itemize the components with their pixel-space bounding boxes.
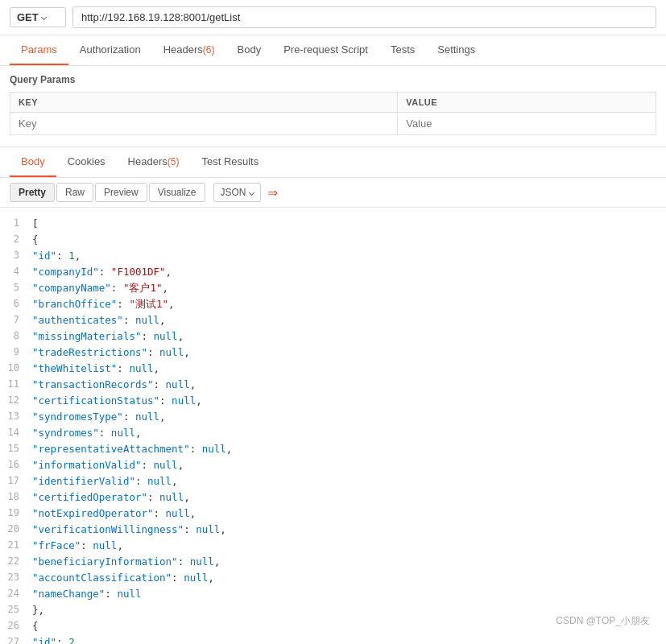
tab-authorization[interactable]: Authorization [68, 35, 152, 65]
json-line: 8 "missingMaterials": null, [0, 328, 666, 345]
url-input[interactable] [72, 6, 656, 28]
table-row [10, 113, 656, 135]
json-line: 27 "id": 2, [0, 634, 666, 644]
json-line: 17 "identifierValid": null, [0, 473, 666, 489]
params-table: KEY VALUE [10, 92, 656, 135]
resp-tab-body[interactable]: Body [10, 147, 56, 177]
json-line: 7 "authenticates": null, [0, 312, 666, 328]
url-bar: GET [0, 0, 666, 35]
key-cell[interactable] [10, 113, 398, 135]
json-type-chevron-icon [249, 189, 254, 195]
query-params-section: Query Params KEY VALUE [0, 66, 666, 135]
json-line: 4 "companyId": "F1001DF", [0, 264, 666, 280]
json-line: 6 "branchOffice": "测试1", [0, 296, 666, 312]
response-tabs: Body Cookies Headers(5) Test Results [0, 147, 666, 178]
format-btn-visualize[interactable]: Visualize [149, 183, 205, 202]
format-btn-raw[interactable]: Raw [56, 183, 93, 202]
tab-params[interactable]: Params [10, 35, 68, 65]
method-label: GET [17, 11, 39, 23]
resp-tab-cookies[interactable]: Cookies [56, 147, 117, 177]
json-line: 16 "informationValid": null, [0, 457, 666, 473]
wrap-icon[interactable]: ⇒ [267, 185, 278, 200]
tab-pre-request-script[interactable]: Pre-request Script [272, 35, 379, 65]
value-cell[interactable] [398, 113, 656, 135]
tab-settings[interactable]: Settings [426, 35, 486, 65]
json-line: 10 "theWhitelist": null, [0, 361, 666, 377]
json-line: 18 "certifiedOperator": null, [0, 489, 666, 506]
key-column-header: KEY [10, 93, 398, 113]
json-line: 2 { [0, 232, 666, 248]
query-params-title: Query Params [10, 74, 656, 85]
tab-body[interactable]: Body [226, 35, 273, 65]
json-line: 3 "id": 1, [0, 248, 666, 264]
request-tabs: Params Authorization Headers(6) Body Pre… [0, 35, 666, 66]
json-line: 13 "syndromesType": null, [0, 409, 666, 425]
json-line: 1[ [0, 216, 666, 232]
tab-tests[interactable]: Tests [379, 35, 426, 65]
method-chevron-icon [41, 14, 47, 20]
value-column-header: VALUE [398, 93, 656, 113]
json-line: 12 "certificationStatus": null, [0, 393, 666, 409]
json-line: 5 "companyName": "客户1", [0, 280, 666, 296]
json-line: 24 "nameChange": null [0, 586, 666, 602]
json-line: 11 "transactionRecords": null, [0, 377, 666, 393]
json-line: 19 "notExpiredOperator": null, [0, 506, 666, 522]
json-type-dropdown[interactable]: JSON [213, 183, 261, 202]
resp-tab-test-results[interactable]: Test Results [190, 147, 270, 177]
json-line: 15 "representativeAttachment": null, [0, 441, 666, 457]
tab-headers[interactable]: Headers(6) [152, 35, 226, 65]
format-btn-preview[interactable]: Preview [95, 183, 147, 202]
json-line: 14 "syndromes": null, [0, 425, 666, 441]
json-line: 22 "beneficiaryInformation": null, [0, 554, 666, 570]
method-select[interactable]: GET [10, 7, 66, 27]
json-viewer: 1[2 {3 "id": 1,4 "companyId": "F1001DF",… [0, 208, 666, 644]
format-btn-pretty[interactable]: Pretty [10, 183, 55, 202]
json-line: 21 "frFace": null, [0, 538, 666, 554]
json-line: 23 "accountClassification": null, [0, 570, 666, 586]
watermark: CSDN @TOP_小朋友 [556, 614, 650, 628]
response-toolbar: Pretty Raw Preview Visualize JSON ⇒ [0, 178, 666, 208]
value-input[interactable] [406, 118, 647, 130]
resp-tab-headers[interactable]: Headers(5) [117, 147, 191, 177]
key-input[interactable] [19, 118, 389, 130]
json-type-label: JSON [221, 187, 246, 198]
json-line: 20 "verificationWillingness": null, [0, 522, 666, 538]
json-line: 9 "tradeRestrictions": null, [0, 345, 666, 361]
